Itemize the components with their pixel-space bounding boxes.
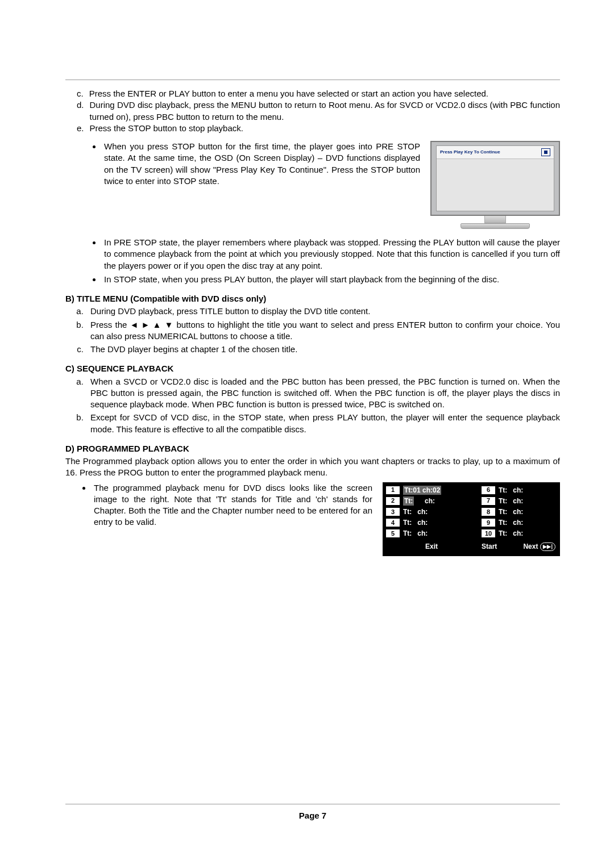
item-d: d. During DVD disc playback, press the M… <box>77 99 560 123</box>
section-c-heading: C) SEQUENCE PLAYBACK <box>65 363 560 374</box>
document-page: c. Press the ENTER or PLAY button to ent… <box>0 0 614 868</box>
b-item-c: The DVD player begins at chapter 1 of th… <box>86 344 560 355</box>
c-item-a: When a SVCD or VCD2.0 disc is loaded and… <box>86 376 560 411</box>
stop-icon <box>541 148 550 156</box>
page-number: Page 7 <box>299 811 326 820</box>
section-d-heading: D) PROGRAMMED PLAYBACK <box>65 443 560 454</box>
start-label: Start <box>482 542 497 551</box>
e-bullet-1: When you press STOP button for the first… <box>102 141 420 187</box>
d-intro: The Programmed playback option allows yo… <box>65 456 560 479</box>
item-c: c. Press the ENTER or PLAY button to ent… <box>77 88 560 99</box>
item-e: e. Press the STOP button to stop playbac… <box>77 123 560 134</box>
next-icon: ▶▶| <box>540 542 555 551</box>
page-footer: Page 7 <box>65 804 560 821</box>
d-bullet: The programmed playback menu for DVD dis… <box>92 482 372 528</box>
b-item-b: Press the ◄ ► ▲ ▼ buttons to highlight t… <box>86 319 560 343</box>
section-b-heading: B) TITLE MENU (Compatible with DVD discs… <box>65 293 560 304</box>
b-item-a: During DVD playback, press TITLE button … <box>86 306 560 317</box>
programmed-menu: 1 Tt:01 ch:02 6 Tt: ch: 2 Tt: ch: 7 Tt: … <box>383 482 560 556</box>
prog-num: 1 <box>386 486 400 494</box>
top-rule <box>65 80 560 80</box>
monitor-osd-text: Press Play Key To Continue <box>440 149 500 156</box>
e-bullet-3: In STOP state, when you press PLAY butto… <box>102 274 560 285</box>
c-item-b: Except for SVCD of VCD disc, in the STOP… <box>86 412 560 435</box>
monitor-body <box>437 159 554 211</box>
e-bullet-2: In PRE STOP state, the player remembers … <box>102 237 560 272</box>
monitor-illustration: Press Play Key To Continue <box>430 141 560 229</box>
prog-num: 6 <box>482 486 495 494</box>
next-label: Next <box>523 542 538 551</box>
exit-label: Exit <box>403 542 438 551</box>
